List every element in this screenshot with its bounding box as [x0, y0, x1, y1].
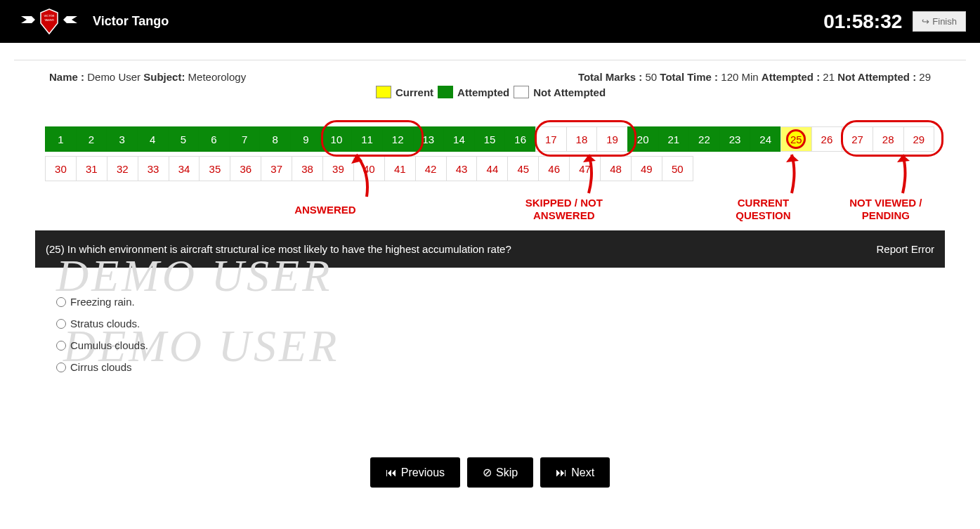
option-radio-1[interactable]	[56, 319, 66, 329]
question-cell-26[interactable]: 26	[811, 126, 843, 152]
option-radio-0[interactable]	[56, 297, 66, 307]
option-radio-3[interactable]	[56, 363, 66, 372]
skip-icon: ⊘	[483, 466, 492, 479]
total-time-value: 120 Min	[721, 71, 758, 83]
brand-title: Victor Tango	[93, 14, 169, 29]
skip-label: Skip	[496, 466, 518, 479]
question-cell-5[interactable]: 5	[168, 126, 200, 152]
options-area: DEMO USER DEMO USER Freezing rain.Stratu…	[35, 268, 945, 422]
question-cell-13[interactable]: 13	[413, 126, 445, 152]
total-marks-value: 50	[645, 71, 657, 83]
question-cell-20[interactable]: 20	[627, 126, 659, 152]
question-cell-21[interactable]: 21	[658, 126, 690, 152]
question-cell-12[interactable]: 12	[382, 126, 414, 152]
question-cell-11[interactable]: 11	[351, 126, 383, 152]
finish-button[interactable]: ↪ Finish	[913, 11, 966, 32]
question-cell-19[interactable]: 19	[596, 126, 628, 152]
question-cell-40[interactable]: 40	[353, 156, 385, 181]
timer: 01:58:32	[823, 11, 902, 33]
svg-text:VICTOR: VICTOR	[44, 14, 54, 18]
question-cell-17[interactable]: 17	[535, 126, 567, 152]
question-cell-38[interactable]: 38	[292, 156, 323, 181]
question-cell-6[interactable]: 6	[198, 126, 230, 152]
question-cell-32[interactable]: 32	[107, 156, 138, 181]
question-cell-4[interactable]: 4	[137, 126, 169, 152]
legend-attempted-box	[438, 86, 453, 98]
option-text-0: Freezing rain.	[70, 296, 135, 308]
option-1[interactable]: Stratus clouds.	[56, 318, 924, 329]
previous-button[interactable]: ⏮ Previous	[370, 457, 460, 488]
question-cell-34[interactable]: 34	[169, 156, 200, 181]
total-marks-label: Total Marks :	[578, 71, 642, 83]
subject-label: Subject:	[143, 71, 185, 83]
question-cell-18[interactable]: 18	[566, 126, 598, 152]
question-cell-15[interactable]: 15	[474, 126, 506, 152]
legend-attempted-label: Attempted	[457, 86, 509, 98]
question-text: (25) In which environment is aircraft st…	[46, 243, 511, 255]
question-cell-48[interactable]: 48	[600, 156, 632, 181]
question-cell-37[interactable]: 37	[261, 156, 292, 181]
previous-label: Previous	[401, 466, 445, 479]
legend-na-label: Not Attempted	[533, 86, 606, 98]
question-cell-10[interactable]: 10	[321, 126, 353, 152]
attempted-value: 21	[823, 71, 835, 83]
attempted-label: Attempted :	[762, 71, 820, 83]
question-cell-47[interactable]: 47	[569, 156, 601, 181]
next-button[interactable]: ⏭ Next	[540, 457, 610, 488]
panel: Name : Demo User Subject: Meteorology To…	[35, 60, 945, 509]
option-text-1: Stratus clouds.	[70, 318, 140, 329]
legend-current-box	[376, 86, 391, 98]
legend-current-label: Current	[396, 86, 433, 98]
question-cell-7[interactable]: 7	[229, 126, 261, 152]
annotation-label-answered: ANSWERED	[294, 204, 356, 216]
total-time-label: Total Time :	[660, 71, 718, 83]
question-cell-35[interactable]: 35	[199, 156, 230, 181]
question-cell-25[interactable]: 25	[780, 126, 812, 152]
info-row: Name : Demo User Subject: Meteorology To…	[35, 71, 945, 83]
option-radio-2[interactable]	[56, 341, 66, 351]
legend-row: Current Attempted Not Attempted	[35, 86, 945, 98]
option-2[interactable]: Cumulus clouds.	[56, 339, 924, 351]
question-bar: (25) In which environment is aircraft st…	[35, 230, 945, 268]
question-cell-2[interactable]: 2	[76, 126, 107, 152]
question-cell-28[interactable]: 28	[873, 126, 904, 152]
report-error-link[interactable]: Report Error	[876, 243, 934, 255]
question-cell-45[interactable]: 45	[507, 156, 539, 181]
question-cell-3[interactable]: 3	[106, 126, 138, 152]
question-cell-49[interactable]: 49	[631, 156, 662, 181]
skip-button[interactable]: ⊘ Skip	[467, 457, 533, 488]
question-cell-50[interactable]: 50	[662, 156, 693, 181]
question-cell-43[interactable]: 43	[446, 156, 478, 181]
question-cell-42[interactable]: 42	[415, 156, 447, 181]
question-cell-41[interactable]: 41	[384, 156, 416, 181]
legend-na-box	[514, 86, 529, 98]
question-cell-44[interactable]: 44	[476, 156, 508, 181]
question-cell-27[interactable]: 27	[842, 126, 873, 152]
name-label: Name :	[49, 71, 84, 83]
question-cell-24[interactable]: 24	[750, 126, 781, 152]
question-cell-1[interactable]: 1	[45, 126, 77, 152]
question-cell-14[interactable]: 14	[443, 126, 475, 152]
question-cell-29[interactable]: 29	[903, 126, 935, 152]
question-cell-9[interactable]: 9	[290, 126, 322, 152]
question-row-1: 1234567891011121314151617181920212223242…	[46, 126, 934, 152]
question-cell-39[interactable]: 39	[322, 156, 354, 181]
header-right: 01:58:32 ↪ Finish	[823, 11, 966, 33]
not-attempted-value: 29	[919, 71, 931, 83]
name-value: Demo User	[87, 71, 141, 83]
option-3[interactable]: Cirrus clouds	[56, 361, 924, 373]
option-text-2: Cumulus clouds.	[70, 339, 148, 351]
question-cell-16[interactable]: 16	[504, 126, 536, 152]
question-cell-30[interactable]: 30	[45, 156, 77, 181]
header-left: VICTOR TANGO Victor Tango	[14, 6, 169, 37]
option-0[interactable]: Freezing rain.	[56, 296, 924, 308]
question-cell-23[interactable]: 23	[719, 126, 751, 152]
question-cell-8[interactable]: 8	[259, 126, 291, 152]
question-cell-33[interactable]: 33	[138, 156, 169, 181]
annotation-label-pending: NOT VIEWED / PENDING	[837, 197, 935, 222]
question-cell-31[interactable]: 31	[76, 156, 107, 181]
question-cell-46[interactable]: 46	[538, 156, 570, 181]
question-cell-36[interactable]: 36	[230, 156, 261, 181]
question-cell-22[interactable]: 22	[688, 126, 720, 152]
nav-buttons: ⏮ Previous ⊘ Skip ⏭ Next	[35, 457, 945, 488]
